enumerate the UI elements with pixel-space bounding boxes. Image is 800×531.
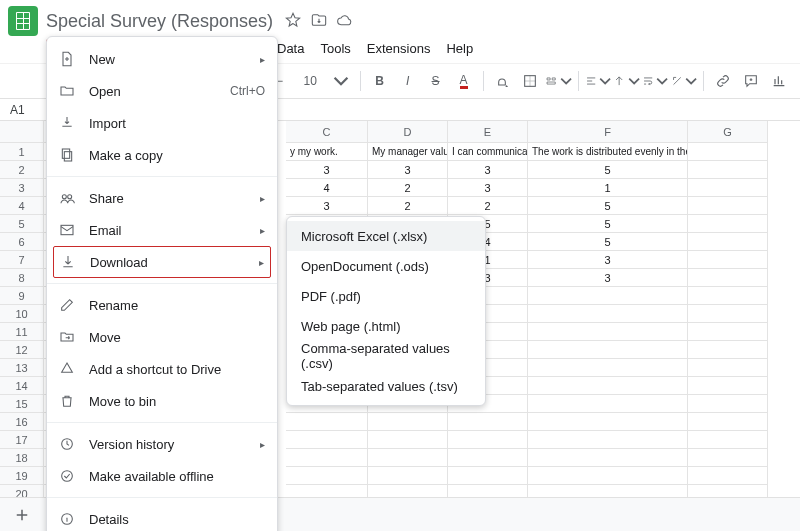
download-csv[interactable]: Comma-separated values (.csv) — [287, 341, 485, 371]
row-header[interactable]: 3 — [0, 179, 44, 197]
file-share[interactable]: Share ▸ — [47, 182, 277, 214]
file-make-copy[interactable]: Make a copy — [47, 139, 277, 171]
merge-button[interactable] — [545, 68, 572, 94]
row-header[interactable]: 8 — [0, 269, 44, 287]
menu-extensions[interactable]: Extensions — [360, 38, 438, 59]
cell[interactable]: 5 — [528, 233, 688, 251]
cell[interactable] — [448, 431, 528, 449]
download-ods[interactable]: OpenDocument (.ods) — [287, 251, 485, 281]
cell[interactable]: 2 — [368, 179, 448, 197]
cell[interactable] — [688, 287, 768, 305]
cell[interactable] — [688, 395, 768, 413]
cell[interactable] — [448, 413, 528, 431]
file-rename[interactable]: Rename — [47, 289, 277, 321]
cell[interactable] — [688, 215, 768, 233]
cell[interactable] — [688, 467, 768, 485]
font-size[interactable]: 10 — [294, 68, 325, 94]
col-header-e[interactable]: E — [448, 121, 528, 143]
borders-button[interactable] — [517, 68, 543, 94]
cell[interactable] — [286, 431, 368, 449]
sheets-logo[interactable] — [8, 6, 38, 36]
row-header[interactable]: 7 — [0, 251, 44, 269]
col-header-g[interactable]: G — [688, 121, 768, 143]
cell[interactable]: 3 — [528, 269, 688, 287]
cell[interactable] — [688, 449, 768, 467]
row-header[interactable]: 16 — [0, 413, 44, 431]
row-header[interactable]: 4 — [0, 197, 44, 215]
cell[interactable] — [286, 449, 368, 467]
cell[interactable]: 5 — [528, 197, 688, 215]
row-header[interactable]: 15 — [0, 395, 44, 413]
cell[interactable]: 1 — [528, 179, 688, 197]
cell[interactable] — [688, 431, 768, 449]
row-header[interactable]: 14 — [0, 377, 44, 395]
cell[interactable] — [688, 323, 768, 341]
cell[interactable] — [528, 341, 688, 359]
cell[interactable] — [368, 413, 448, 431]
cell[interactable] — [528, 287, 688, 305]
cell[interactable]: The work is distributed evenly in the te… — [528, 143, 688, 161]
cell[interactable]: 3 — [286, 197, 368, 215]
move-to-folder-icon[interactable] — [311, 12, 327, 31]
cell[interactable] — [688, 143, 768, 161]
name-box[interactable]: A1 — [0, 103, 44, 117]
cell[interactable] — [688, 179, 768, 197]
row-header[interactable]: 18 — [0, 449, 44, 467]
row-header[interactable]: 13 — [0, 359, 44, 377]
download-pdf[interactable]: PDF (.pdf) — [287, 281, 485, 311]
cell[interactable]: 4 — [286, 179, 368, 197]
strike-button[interactable]: S — [423, 68, 449, 94]
cell[interactable] — [688, 197, 768, 215]
cell[interactable]: My manager values my f — [368, 143, 448, 161]
rotate-button[interactable] — [671, 68, 698, 94]
font-size-increase[interactable] — [328, 68, 354, 94]
bold-button[interactable]: B — [367, 68, 393, 94]
cell[interactable]: 3 — [528, 251, 688, 269]
cell[interactable]: 3 — [448, 179, 528, 197]
valign-button[interactable] — [613, 68, 640, 94]
file-move[interactable]: Move — [47, 321, 277, 353]
cell[interactable] — [528, 395, 688, 413]
cell[interactable] — [688, 233, 768, 251]
cell[interactable]: 3 — [286, 161, 368, 179]
row-header[interactable]: 1 — [0, 143, 44, 161]
col-header-f[interactable]: F — [528, 121, 688, 143]
download-tsv[interactable]: Tab-separated values (.tsv) — [287, 371, 485, 401]
cell[interactable] — [528, 431, 688, 449]
cell[interactable] — [528, 413, 688, 431]
file-offline[interactable]: Make available offline — [47, 460, 277, 492]
chart-button[interactable] — [766, 68, 792, 94]
select-all-corner[interactable] — [0, 121, 44, 143]
cell[interactable]: 3 — [448, 161, 528, 179]
row-header[interactable]: 5 — [0, 215, 44, 233]
cell[interactable]: I can communicate openl — [448, 143, 528, 161]
row-header[interactable]: 10 — [0, 305, 44, 323]
cell[interactable] — [286, 467, 368, 485]
row-header[interactable]: 2 — [0, 161, 44, 179]
cell[interactable] — [688, 359, 768, 377]
row-header[interactable]: 12 — [0, 341, 44, 359]
cell[interactable] — [528, 323, 688, 341]
download-xlsx[interactable]: Microsoft Excel (.xlsx) — [287, 221, 485, 251]
cell[interactable]: 2 — [368, 197, 448, 215]
cell[interactable] — [528, 305, 688, 323]
cell[interactable] — [528, 467, 688, 485]
file-download[interactable]: Download ▸ — [53, 246, 271, 278]
file-details[interactable]: Details — [47, 503, 277, 531]
link-button[interactable] — [710, 68, 736, 94]
cell[interactable] — [688, 251, 768, 269]
row-header[interactable]: 17 — [0, 431, 44, 449]
cell[interactable] — [286, 413, 368, 431]
file-email[interactable]: Email ▸ — [47, 214, 277, 246]
cell[interactable] — [448, 449, 528, 467]
wrap-button[interactable] — [642, 68, 669, 94]
col-header-c[interactable]: C — [286, 121, 368, 143]
file-version-history[interactable]: Version history ▸ — [47, 428, 277, 460]
text-color-button[interactable]: A — [451, 68, 477, 94]
row-header[interactable]: 6 — [0, 233, 44, 251]
row-header[interactable]: 19 — [0, 467, 44, 485]
file-open[interactable]: Open Ctrl+O — [47, 75, 277, 107]
cell[interactable]: 5 — [528, 161, 688, 179]
cell[interactable]: 3 — [368, 161, 448, 179]
cell[interactable] — [688, 305, 768, 323]
